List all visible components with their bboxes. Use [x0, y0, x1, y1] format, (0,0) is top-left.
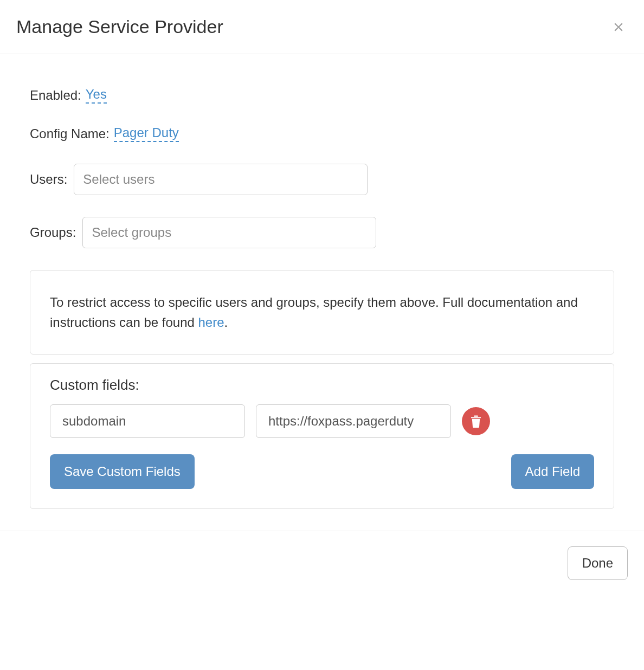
- groups-label: Groups:: [30, 225, 76, 240]
- custom-fields-panel: Custom fields: Save Custom Fields Add Fi…: [30, 363, 614, 509]
- custom-field-key-input[interactable]: [50, 404, 245, 438]
- groups-select[interactable]: Select groups: [82, 217, 376, 248]
- modal-footer: Done: [0, 531, 644, 596]
- manage-service-provider-modal: Manage Service Provider Enabled: Yes Con…: [0, 0, 644, 596]
- groups-row: Groups: Select groups: [30, 217, 614, 248]
- custom-fields-buttons: Save Custom Fields Add Field: [50, 454, 594, 489]
- close-icon: [611, 20, 626, 34]
- done-button[interactable]: Done: [568, 546, 628, 580]
- config-name-row: Config Name: Pager Duty: [30, 125, 614, 142]
- modal-header: Manage Service Provider: [0, 0, 644, 54]
- users-select[interactable]: Select users: [74, 164, 368, 195]
- save-custom-fields-button[interactable]: Save Custom Fields: [50, 454, 195, 489]
- enabled-value[interactable]: Yes: [86, 87, 107, 104]
- enabled-row: Enabled: Yes: [30, 87, 614, 104]
- users-row: Users: Select users: [30, 164, 614, 195]
- modal-body: Enabled: Yes Config Name: Pager Duty Use…: [0, 54, 644, 531]
- users-label: Users:: [30, 172, 67, 187]
- custom-fields-title: Custom fields:: [50, 377, 594, 394]
- config-name-label: Config Name:: [30, 126, 110, 141]
- info-link[interactable]: here: [198, 315, 224, 330]
- delete-custom-field-button[interactable]: [462, 407, 490, 435]
- custom-field-value-input[interactable]: [256, 404, 451, 438]
- close-button[interactable]: [609, 18, 628, 36]
- config-name-value[interactable]: Pager Duty: [114, 125, 179, 142]
- add-field-button[interactable]: Add Field: [511, 454, 594, 489]
- trash-icon: [470, 415, 482, 428]
- enabled-label: Enabled:: [30, 88, 81, 103]
- modal-title: Manage Service Provider: [16, 16, 223, 37]
- info-text-after: .: [224, 315, 228, 330]
- info-panel: To restrict access to specific users and…: [30, 270, 614, 355]
- custom-field-row: [50, 404, 594, 438]
- info-text-before: To restrict access to specific users and…: [50, 295, 578, 330]
